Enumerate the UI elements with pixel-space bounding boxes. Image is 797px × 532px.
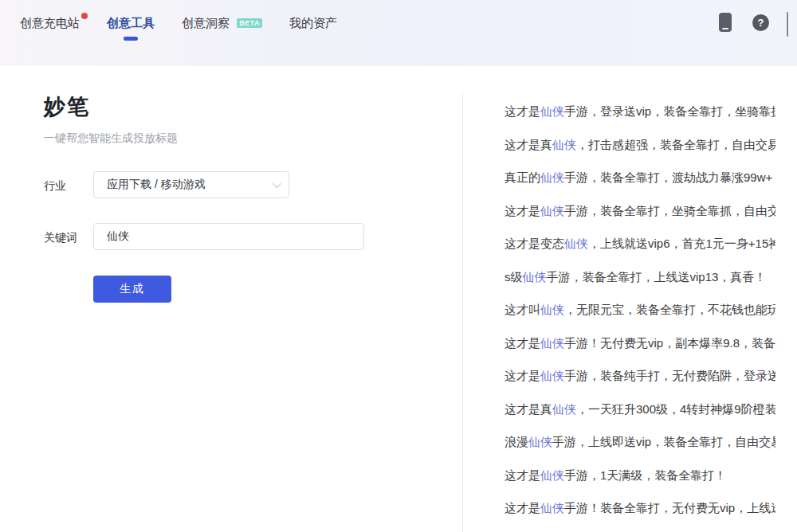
result-text-before: s级 (505, 270, 523, 285)
result-keyword-highlight: 仙侠 (540, 104, 564, 119)
result-text-after: 手游，上线即送vip，装备全靠打，自由交易... (552, 435, 775, 450)
nav-item-creative-insight[interactable]: 创意洞察 BETA (182, 16, 262, 31)
industry-select[interactable]: 应用下载 / 移动游戏 (93, 171, 289, 198)
result-item[interactable]: 这才叫仙侠，无限元宝，装备全靠打，不花钱也能玩的... (505, 294, 775, 327)
page-title: 妙笔 (44, 92, 90, 121)
result-item[interactable]: 这才是仙侠手游，装备全靠打，坐骑全靠抓，自由交易 (505, 195, 775, 229)
beta-badge: BETA (237, 18, 262, 28)
result-keyword-highlight: 仙侠 (540, 204, 564, 219)
help-icon[interactable]: ? (752, 14, 769, 31)
result-item[interactable]: 这才是仙侠手游，1天满级，装备全靠打！ (505, 460, 775, 493)
result-text-after: 手游，装备纯手打，无付费陷阱，登录送vi... (564, 369, 775, 384)
mobile-phone-icon[interactable] (719, 13, 732, 32)
active-tab-indicator (124, 37, 138, 41)
result-item[interactable]: 这才是真仙侠，打击感超强，装备全靠打，自由交易！ (505, 129, 775, 162)
panel-divider (462, 94, 463, 532)
nav-item-label: 创意洞察 (182, 16, 230, 29)
nav-item-creative-tools[interactable]: 创意工具 (107, 16, 155, 31)
main-nav: 创意充电站 创意工具 创意洞察 BETA 我的资产 (20, 16, 337, 31)
nav-item-my-assets[interactable]: 我的资产 (289, 16, 337, 31)
result-keyword-highlight: 仙侠 (540, 501, 564, 516)
result-item[interactable]: 真正的仙侠手游，装备全靠打，渡劫战力暴涨99w+！ (505, 162, 775, 195)
notification-dot-icon (81, 13, 88, 19)
keyword-label: 关键词 (44, 231, 77, 245)
result-text-after: ，上线就送vip6，首充1元一身+15神装！ (588, 237, 775, 252)
result-keyword-highlight: 仙侠 (540, 303, 564, 318)
keyword-input[interactable] (93, 223, 364, 250)
result-keyword-highlight: 仙侠 (523, 270, 547, 285)
result-text-after: 手游，1天满级，装备全靠打！ (564, 468, 726, 483)
result-text-after: 手游，装备全靠打，坐骑全靠抓，自由交易 (564, 204, 775, 219)
page-subtitle: 一键帮您智能生成投放标题 (44, 131, 178, 146)
result-text-before: 这才是 (505, 501, 540, 516)
result-keyword-highlight: 仙侠 (540, 170, 564, 186)
result-text-after: ，一天狂升300级，4转封神爆9阶橙装！ (576, 402, 775, 417)
result-item[interactable]: 这才是仙侠手游，装备纯手打，无付费陷阱，登录送vi... (505, 360, 775, 393)
result-keyword-highlight: 仙侠 (552, 138, 576, 153)
nav-item-label: 创意工具 (107, 16, 155, 29)
generate-button[interactable]: 生成 (93, 276, 171, 303)
result-text-after: 手游！装备全靠打，无付费无vip，上线送v... (564, 501, 775, 516)
result-text-before: 这才是真 (505, 402, 552, 417)
result-text-before: 这才是 (505, 336, 540, 351)
nav-item-label: 创意充电站 (20, 16, 80, 29)
result-text-before: 这才是 (505, 204, 540, 219)
result-text-after: ，打击感超强，装备全靠打，自由交易！ (576, 138, 775, 153)
result-keyword-highlight: 仙侠 (528, 435, 552, 450)
top-header: 创意充电站 创意工具 创意洞察 BETA 我的资产 ? (0, 0, 797, 66)
result-text-before: 浪漫 (505, 435, 528, 450)
result-text-after: ，无限元宝，装备全靠打，不花钱也能玩的... (564, 303, 775, 318)
result-keyword-highlight: 仙侠 (564, 237, 588, 252)
result-item[interactable]: 这才是仙侠手游！无付费无vip，副本爆率9.8，装备全... (505, 327, 775, 361)
result-keyword-highlight: 仙侠 (540, 369, 564, 384)
result-item[interactable]: s级仙侠手游，装备全靠打，上线送vip13，真香！ (505, 261, 775, 295)
result-keyword-highlight: 仙侠 (540, 336, 564, 351)
result-text-before: 这才是 (505, 369, 540, 384)
header-icons: ? (719, 13, 769, 32)
result-keyword-highlight: 仙侠 (540, 468, 564, 483)
result-keyword-highlight: 仙侠 (552, 402, 576, 417)
chevron-down-icon (273, 179, 281, 188)
industry-select-value: 应用下载 / 移动游戏 (107, 178, 273, 192)
result-item[interactable]: 这才是真仙侠，一天狂升300级，4转封神爆9阶橙装！ (505, 393, 775, 427)
result-text-after: 手游！无付费无vip，副本爆率9.8，装备全... (564, 336, 775, 351)
result-item[interactable]: 这才是变态仙侠，上线就送vip6，首充1元一身+15神装！ (505, 228, 775, 261)
results-list: 这才是仙侠手游，登录送vip，装备全靠打，坐骑靠抓！这才是真仙侠，打击感超强，装… (505, 96, 775, 526)
industry-label: 行业 (44, 179, 66, 194)
result-item[interactable]: 这才是仙侠手游！装备全靠打，无付费无vip，上线送v... (505, 492, 775, 526)
result-text-after: 手游，装备全靠打，渡劫战力暴涨99w+！ (564, 170, 775, 186)
nav-item-label: 我的资产 (289, 16, 337, 29)
result-text-before: 这才是 (505, 468, 540, 483)
result-text-after: 手游，装备全靠打，上线送vip13，真香！ (547, 270, 767, 285)
result-text-after: 手游，登录送vip，装备全靠打，坐骑靠抓！ (564, 104, 775, 119)
result-text-before: 这才叫 (505, 303, 540, 318)
result-item[interactable]: 浪漫仙侠手游，上线即送vip，装备全靠打，自由交易... (505, 426, 775, 460)
scrollbar-thumb[interactable] (787, 12, 788, 37)
result-text-before: 这才是真 (505, 138, 552, 153)
nav-item-creative-station[interactable]: 创意充电站 (20, 16, 80, 31)
result-item[interactable]: 这才是仙侠手游，登录送vip，装备全靠打，坐骑靠抓！ (505, 96, 775, 129)
result-text-before: 真正的 (505, 170, 540, 186)
result-text-before: 这才是 (505, 104, 540, 119)
result-text-before: 这才是变态 (505, 237, 564, 252)
